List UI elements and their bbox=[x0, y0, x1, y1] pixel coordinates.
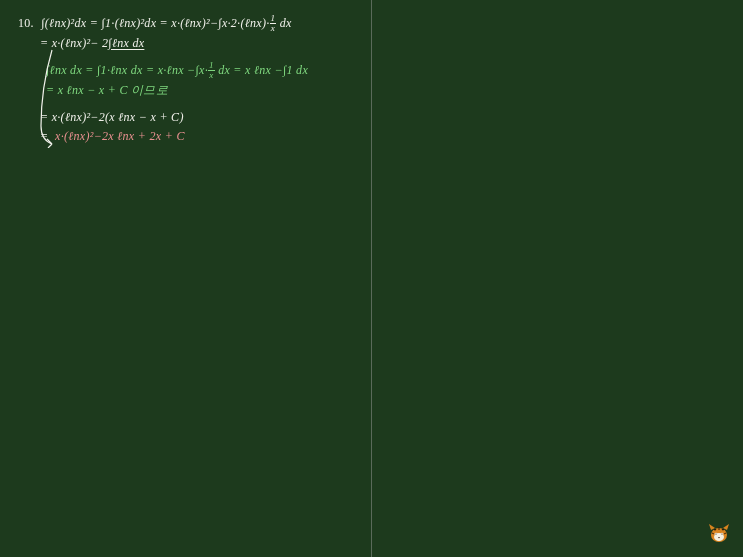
line-4: = x ℓnx − x + C 이므로 bbox=[46, 81, 368, 100]
line-3: ∫ℓnx dx = ∫1·ℓnx dx = x·ℓnx −∫x·1x dx = … bbox=[46, 61, 368, 81]
line-3-text-a: ∫ℓnx dx = ∫1·ℓnx dx = x·ℓnx −∫x· bbox=[46, 63, 208, 77]
line-6: = x·(ℓnx)²−2x ℓnx + 2x + C bbox=[40, 127, 368, 146]
svg-point-4 bbox=[715, 533, 716, 534]
fraction-1-over-x-2: 1x bbox=[208, 61, 215, 80]
tiger-logo bbox=[707, 521, 731, 545]
line-2: = x·(ℓnx)²− 2∫ℓnx dx bbox=[40, 34, 368, 53]
line-2-text: = x·(ℓnx)²− 2 bbox=[40, 36, 108, 50]
math-work-area: 10. ∫(ℓnx)²dx = ∫1·(ℓnx)²dx = x·(ℓnx)²−∫… bbox=[18, 14, 368, 146]
line-5-text: = x·(ℓnx)²−2(x ℓnx − x + C) bbox=[40, 110, 184, 124]
fraction-1-over-x: 1x bbox=[270, 14, 277, 33]
line-2-underline: ∫ℓnx dx bbox=[108, 36, 144, 50]
line-1: 10. ∫(ℓnx)²dx = ∫1·(ℓnx)²dx = x·(ℓnx)²−∫… bbox=[18, 14, 368, 34]
line-1-text-a: ∫(ℓnx)²dx = ∫1·(ℓnx)²dx = x·(ℓnx)²−∫x·2·… bbox=[41, 16, 269, 30]
problem-number: 10. bbox=[18, 16, 34, 30]
vertical-divider bbox=[371, 0, 372, 557]
line-4-text: = x ℓnx − x + C 이므로 bbox=[46, 83, 168, 97]
line-5: = x·(ℓnx)²−2(x ℓnx − x + C) bbox=[40, 108, 368, 127]
line-1-text-b: dx bbox=[276, 16, 291, 30]
line-3-text-b: dx = x ℓnx −∫1 dx bbox=[215, 63, 308, 77]
svg-point-5 bbox=[721, 533, 722, 534]
final-answer: x·(ℓnx)²−2x ℓnx + 2x + C bbox=[55, 129, 185, 143]
